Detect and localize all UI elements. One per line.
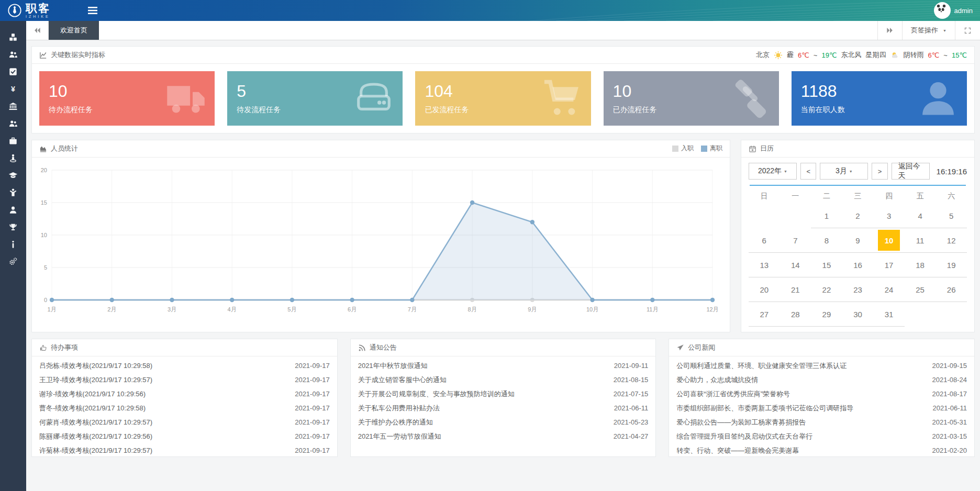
stat-card[interactable]: 5待发流程任务 bbox=[227, 71, 403, 126]
weather-tomorrow-low: 6℃ bbox=[928, 51, 940, 59]
sidebar-toggle-button[interactable] bbox=[88, 0, 97, 21]
calendar-day[interactable]: 1 bbox=[811, 204, 842, 228]
list-item[interactable]: 关于维护办公秩序的通知2021-05-23 bbox=[358, 415, 649, 429]
calendar-day[interactable]: 24 bbox=[873, 277, 905, 302]
calendar-day[interactable]: 10 bbox=[873, 228, 905, 253]
calendar-day[interactable]: 26 bbox=[936, 277, 967, 302]
calendar-day[interactable]: 14 bbox=[780, 253, 811, 277]
sidebar-item-info[interactable] bbox=[0, 236, 26, 253]
calendar-day[interactable]: 23 bbox=[842, 277, 874, 302]
list-item[interactable]: 转变、行动、突破——迎新晚会完美谢幕2021-02-20 bbox=[676, 443, 967, 457]
list-item[interactable]: 谢珍-绩效考核(2021/9/17 10:29:56)2021-09-17 bbox=[39, 387, 330, 401]
calendar-day[interactable]: 11 bbox=[905, 228, 936, 253]
calendar-day[interactable]: 13 bbox=[749, 253, 780, 277]
sidebar-item-settings[interactable] bbox=[0, 253, 26, 270]
sidebar-item-training[interactable] bbox=[0, 166, 26, 184]
svg-text:3月: 3月 bbox=[168, 306, 176, 313]
todo-panel: 待办事项 吕尧栋-绩效考核(2021/9/17 10:29:58)2021-09… bbox=[31, 339, 338, 457]
calendar-today-button[interactable]: 返回今天 bbox=[892, 163, 930, 180]
sidebar-item-profile[interactable] bbox=[0, 201, 26, 218]
svg-text:1月: 1月 bbox=[47, 306, 56, 313]
calendar-next-month-button[interactable]: > bbox=[872, 163, 887, 180]
list-item[interactable]: 2021年五一劳动节放假通知2021-04-27 bbox=[358, 429, 649, 443]
rss-icon bbox=[358, 344, 366, 352]
tabs-scroll-right-button[interactable] bbox=[877, 21, 902, 40]
list-item[interactable]: 关于开展公司规章制度、安全与事故预防培训的通知2021-07-15 bbox=[358, 387, 649, 401]
calendar-day[interactable]: 2 bbox=[842, 204, 874, 228]
sidebar-item-modules[interactable] bbox=[0, 28, 26, 46]
sidebar-item-performance[interactable] bbox=[0, 218, 26, 236]
sidebar-item-attendance[interactable] bbox=[0, 149, 26, 166]
calendar-day[interactable]: 19 bbox=[936, 253, 967, 277]
app-logo[interactable]: 职客 IZHIKE bbox=[0, 3, 51, 18]
tab-home[interactable]: 欢迎首页 bbox=[49, 21, 99, 40]
stat-card[interactable]: 104已发流程任务 bbox=[415, 71, 591, 126]
calendar-day[interactable]: 18 bbox=[905, 253, 936, 277]
calendar-day[interactable]: 28 bbox=[780, 302, 811, 327]
user-menu[interactable]: admin bbox=[934, 0, 973, 21]
list-item[interactable]: 公司喜获“浙江省优秀供应商”荣誉称号2021-08-17 bbox=[676, 387, 967, 401]
sidebar-menu: ¥ bbox=[0, 21, 26, 491]
calendar-day[interactable]: 4 bbox=[905, 204, 936, 228]
calendar-year-select[interactable]: 2022年 bbox=[749, 163, 797, 180]
list-item[interactable]: 陈丽娜-绩效考核(2021/9/17 10:29:56)2021-09-17 bbox=[39, 429, 330, 443]
item-date: 2021-02-20 bbox=[932, 447, 967, 454]
calendar-day[interactable]: 16 bbox=[842, 253, 874, 277]
sidebar-item-insurance[interactable] bbox=[0, 97, 26, 115]
list-item[interactable]: 许菊林-绩效考核(2021/9/17 10:29:57)2021-09-17 bbox=[39, 443, 330, 457]
sidebar-item-welfare[interactable] bbox=[0, 184, 26, 201]
calendar-day[interactable]: 5 bbox=[936, 204, 967, 228]
item-date: 2021-07-15 bbox=[614, 390, 649, 398]
tabs-scroll-left-button[interactable] bbox=[26, 21, 49, 40]
calendar-grid: 1234567891011121314151617181920212223242… bbox=[749, 204, 967, 327]
calendar-day[interactable]: 17 bbox=[873, 253, 905, 277]
fullscreen-button[interactable] bbox=[955, 21, 980, 40]
list-item[interactable]: 爱心捐款公告——为装卸工杨家青募捐报告2021-05-31 bbox=[676, 415, 967, 429]
stat-card[interactable]: 10待办流程任务 bbox=[39, 71, 215, 126]
calendar-day[interactable]: 12 bbox=[936, 228, 967, 253]
sidebar-item-work[interactable] bbox=[0, 132, 26, 149]
stat-card[interactable]: 10已办流程任务 bbox=[604, 71, 779, 126]
sidebar-item-staff[interactable] bbox=[0, 46, 26, 63]
calendar-day[interactable]: 25 bbox=[905, 277, 936, 302]
item-date: 2021-04-27 bbox=[614, 432, 649, 440]
calendar-day[interactable]: 29 bbox=[811, 302, 842, 327]
stat-card[interactable]: 1188当前在职人数 bbox=[792, 71, 967, 126]
calendar-day[interactable]: 9 bbox=[842, 228, 874, 253]
calendar-day[interactable]: 8 bbox=[811, 228, 842, 253]
calendar-day[interactable]: 27 bbox=[749, 302, 780, 327]
chevron-right-icon: > bbox=[878, 168, 882, 175]
calendar-day[interactable]: 3 bbox=[873, 204, 905, 228]
list-item[interactable]: 爱心助力，众志成城抗疫情2021-08-24 bbox=[676, 373, 967, 387]
item-text: 市委组织部副部长、市委两新工委项书记莅临公司调研指导 bbox=[676, 404, 860, 413]
list-item[interactable]: 何蒙肖-绩效考核(2021/9/17 10:29:57)2021-09-17 bbox=[39, 415, 330, 429]
calendar-day[interactable]: 31 bbox=[873, 302, 905, 327]
list-item[interactable]: 综合管理提升项目签约及启动仪式在天台举行2021-03-15 bbox=[676, 429, 967, 443]
sidebar-item-approval[interactable] bbox=[0, 63, 26, 80]
legend-item-入职[interactable]: 入职 bbox=[672, 144, 694, 153]
calendar-prev-month-button[interactable]: < bbox=[800, 163, 816, 180]
calendar-month-select[interactable]: 3月 bbox=[820, 163, 868, 180]
tab-actions-dropdown[interactable]: 页签操作 bbox=[902, 21, 955, 40]
list-item[interactable]: 关于成立销管客服中心的通知2021-08-15 bbox=[358, 373, 649, 387]
calendar-day[interactable]: 7 bbox=[780, 228, 811, 253]
sidebar-item-recruit[interactable] bbox=[0, 115, 26, 132]
item-text: 关于成立销管客服中心的通知 bbox=[358, 375, 453, 385]
calendar-day[interactable]: 30 bbox=[842, 302, 874, 327]
list-item[interactable]: 王卫玲-绩效考核(2021/9/17 10:29:57)2021-09-17 bbox=[39, 373, 330, 387]
list-item[interactable]: 吕尧栋-绩效考核(2021/9/17 10:29:58)2021-09-17 bbox=[39, 359, 330, 373]
list-item[interactable]: 关于私车公用费用补贴办法2021-06-11 bbox=[358, 401, 649, 415]
calendar-day[interactable]: 21 bbox=[780, 277, 811, 302]
list-item[interactable]: 2021年中秋节放假通知2021-09-11 bbox=[358, 359, 649, 373]
legend-item-离职[interactable]: 离职 bbox=[701, 144, 722, 153]
calendar-day[interactable]: 20 bbox=[749, 277, 780, 302]
list-item[interactable]: 公司顺利通过质量、环境、职业健康安全管理三体系认证2021-09-15 bbox=[676, 359, 967, 373]
calendar-day[interactable]: 22 bbox=[811, 277, 842, 302]
list-item[interactable]: 市委组织部副部长、市委两新工委项书记莅临公司调研指导2021-06-11 bbox=[676, 401, 967, 415]
calendar-day[interactable]: 15 bbox=[811, 253, 842, 277]
gavel-icon bbox=[730, 77, 771, 120]
calendar-day[interactable]: 6 bbox=[749, 228, 780, 253]
sidebar-item-salary[interactable]: ¥ bbox=[0, 80, 26, 97]
list-item[interactable]: 曹冬-绩效考核(2021/9/17 10:29:58)2021-09-17 bbox=[39, 401, 330, 415]
weather-weekday: 星期四 bbox=[866, 50, 886, 60]
